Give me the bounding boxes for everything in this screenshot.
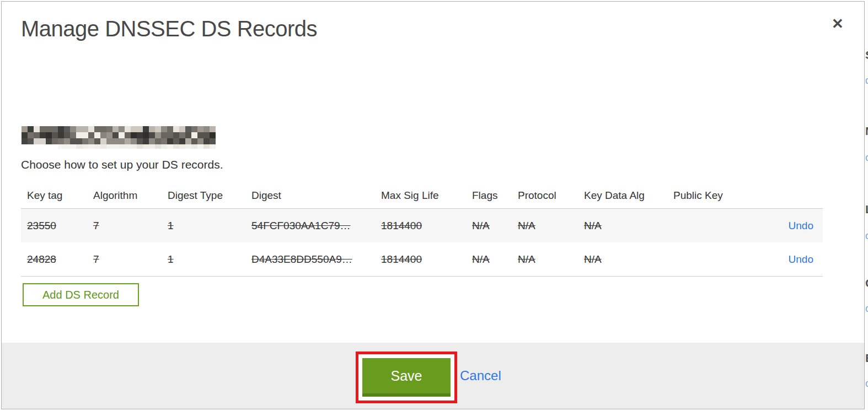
- sliver-text-fragment: N: [865, 125, 868, 138]
- column-header-max-sig-life: Max Sig Life: [381, 190, 472, 202]
- cancel-link[interactable]: Cancel: [460, 368, 501, 383]
- cell-key-data-alg: N/A: [584, 220, 673, 232]
- cell-flags: N/A: [472, 253, 518, 266]
- cell-protocol: N/A: [518, 253, 584, 266]
- save-highlight-annotation: Save: [356, 351, 457, 403]
- sliver-text-fragment: L: [865, 203, 868, 216]
- sliver-text-fragment: o: [865, 303, 868, 315]
- column-header-public-key: Public Key: [673, 190, 756, 202]
- column-header-digest: Digest: [251, 190, 381, 202]
- undo-link[interactable]: Undo: [789, 220, 813, 231]
- sliver-text-fragment: o: [865, 152, 868, 164]
- add-ds-record-button[interactable]: Add DS Record: [23, 283, 139, 306]
- table-row: 24828 7 1 D4A33E8DD550A9… 1814400 N/A N/…: [21, 242, 823, 276]
- cell-digest-type: 1: [168, 253, 251, 266]
- column-header-protocol: Protocol: [518, 190, 584, 202]
- column-header-digest-type: Digest Type: [168, 190, 251, 202]
- background-page-sliver: SdNoLoCoEo: [865, 0, 868, 411]
- sliver-text-fragment: E: [865, 351, 868, 365]
- page: SdNoLoCoEo Manage DNSSEC DS Records ✕ Ch…: [0, 0, 868, 411]
- sliver-text-fragment: d: [865, 75, 868, 86]
- table-header-row: Key tag Algorithm Digest Type Digest Max…: [21, 182, 823, 208]
- undo-link[interactable]: Undo: [789, 253, 813, 265]
- table-row: 23550 7 1 54FCF030AA1C79… 1814400 N/A N/…: [21, 209, 823, 242]
- cell-max-sig-life: 1814400: [381, 253, 472, 266]
- modal-title: Manage DNSSEC DS Records: [21, 17, 317, 41]
- close-icon[interactable]: ✕: [827, 13, 849, 35]
- cell-protocol: N/A: [518, 220, 584, 232]
- column-header-key-tag: Key tag: [27, 190, 93, 202]
- dnssec-ds-records-modal: Manage DNSSEC DS Records ✕ Choose how to…: [1, 1, 865, 409]
- ds-records-table: Key tag Algorithm Digest Type Digest Max…: [21, 182, 823, 277]
- sliver-text-fragment: C: [865, 277, 868, 290]
- cell-algorithm: 7: [93, 220, 168, 232]
- cell-action: Undo: [756, 220, 823, 232]
- column-header-algorithm: Algorithm: [93, 190, 168, 202]
- cell-action: Undo: [756, 253, 823, 266]
- cell-algorithm: 7: [93, 253, 168, 266]
- redacted-domain-name: [22, 126, 216, 145]
- table-body: 23550 7 1 54FCF030AA1C79… 1814400 N/A N/…: [21, 208, 823, 277]
- cell-key-tag: 23550: [27, 220, 93, 232]
- cell-digest-type: 1: [168, 220, 251, 232]
- cell-digest: 54FCF030AA1C79…: [251, 220, 381, 232]
- sliver-text-fragment: o: [865, 378, 868, 390]
- sliver-text-fragment: S: [865, 48, 868, 62]
- cell-max-sig-life: 1814400: [381, 220, 472, 232]
- column-header-key-data-alg: Key Data Alg: [584, 190, 673, 202]
- modal-subtitle: Choose how to set up your DS records.: [21, 158, 223, 171]
- cell-flags: N/A: [472, 220, 518, 232]
- modal-footer: Save Cancel: [2, 343, 864, 409]
- cell-digest: D4A33E8DD550A9…: [251, 253, 381, 266]
- sliver-text-fragment: o: [865, 230, 868, 242]
- cell-key-tag: 24828: [27, 253, 93, 266]
- cell-key-data-alg: N/A: [584, 253, 673, 266]
- save-button[interactable]: Save: [362, 358, 451, 397]
- column-header-flags: Flags: [472, 190, 518, 202]
